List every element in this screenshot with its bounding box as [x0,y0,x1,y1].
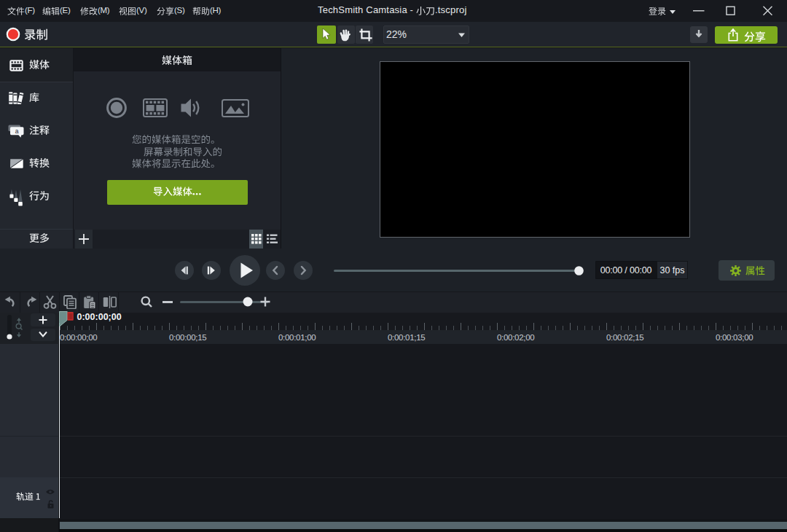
svg-text:a: a [15,128,19,135]
